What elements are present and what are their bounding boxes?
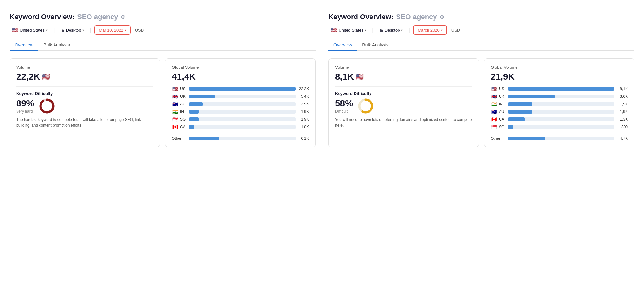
country-selector[interactable]: 🇺🇸 United States ▾ [10, 26, 50, 34]
flag-icon-sg: 🇸🇬 [172, 117, 178, 122]
date-selector[interactable]: March 2020 ▾ [413, 25, 447, 35]
other-row: Other 6,1K [172, 133, 309, 141]
bar-track-in [508, 102, 614, 106]
bar-track-us [189, 87, 296, 91]
bar-value-ca: 1,0K [297, 125, 309, 129]
bar-fill-in [189, 110, 199, 114]
volume-kd-card: Volume 22,2K 🇺🇸 Keyword Difficulty 89% V… [10, 58, 160, 147]
tab-bulk-analysis[interactable]: Bulk Analysis [38, 40, 75, 51]
title-prefix: Keyword Overview: [10, 13, 75, 21]
kd-percent-container: 89% Very hard [16, 98, 34, 114]
volume-kd-card: Volume 8,1K 🇺🇸 Keyword Difficulty 58% Di… [328, 58, 479, 147]
kd-row: 89% Very hard [16, 98, 153, 114]
volume-label: Volume [335, 65, 472, 70]
global-volume-label: Global Volume [491, 65, 628, 70]
country-code-au: AU [499, 110, 506, 114]
bar-value-au: 2,9K [297, 102, 309, 106]
date-label: March 2020 [418, 28, 440, 32]
bar-track-uk [189, 95, 296, 98]
bar-fill-uk [189, 95, 215, 98]
bar-track-ca [189, 125, 296, 129]
other-bar-track [508, 137, 614, 140]
flag-icon-us: 🇺🇸 [172, 86, 178, 91]
global-volume-value: 41,4K [172, 72, 309, 82]
bar-row-au: 🇦🇺 AU 2,9K [172, 102, 309, 107]
other-label: Other [172, 136, 187, 141]
date-selector[interactable]: Mar 10, 2022 ▾ [94, 25, 131, 35]
volume-value: 22,2K 🇺🇸 [16, 72, 153, 82]
bar-fill-ca [189, 125, 194, 129]
tab-bulk-analysis[interactable]: Bulk Analysis [357, 40, 393, 51]
separator: | [53, 27, 55, 33]
title-row: Keyword Overview: SEO agency ⊕ [328, 13, 634, 21]
kd-label: Keyword Difficulty [16, 91, 153, 96]
tab-overview[interactable]: Overview [328, 40, 357, 51]
country-label: United States [339, 28, 363, 32]
country-code-au: AU [180, 102, 187, 106]
bar-track-uk [508, 95, 614, 98]
cards-row: Volume 22,2K 🇺🇸 Keyword Difficulty 89% V… [10, 58, 316, 147]
bar-fill-sg [508, 125, 513, 129]
kd-description: You will need to have lots of referring … [335, 117, 472, 128]
bar-value-ca: 1,3K [616, 117, 628, 122]
bar-track-in [189, 110, 296, 114]
separator: | [408, 27, 410, 33]
global-volume-label: Global Volume [172, 65, 309, 70]
country-flag: 🇺🇸 [331, 27, 337, 33]
bar-value-uk: 5,4K [297, 94, 309, 99]
cards-row: Volume 8,1K 🇺🇸 Keyword Difficulty 58% Di… [328, 58, 634, 147]
country-code-sg: SG [499, 125, 506, 129]
country-code-in: IN [180, 110, 187, 114]
bar-fill-us [508, 87, 614, 91]
chevron-down-icon: ▾ [441, 28, 443, 32]
bar-fill-au [508, 110, 532, 114]
country-code-in: IN [499, 102, 506, 106]
kd-sublabel: Difficult [335, 109, 353, 114]
bar-row-ca: 🇨🇦 CA 1,3K [491, 117, 628, 122]
flag-icon-us: 🇺🇸 [491, 86, 497, 91]
bar-value-au: 1,9K [616, 110, 628, 114]
country-flag-icon: 🇺🇸 [356, 73, 364, 81]
flag-icon-au: 🇦🇺 [491, 109, 497, 114]
bar-fill-uk [508, 95, 555, 98]
tab-overview[interactable]: Overview [10, 40, 38, 51]
bar-row-in: 🇮🇳 IN 1,9K [172, 109, 309, 114]
device-selector[interactable]: 🖥 Desktop ▾ [58, 26, 87, 34]
bar-row-ca: 🇨🇦 CA 1,0K [172, 124, 309, 130]
country-selector[interactable]: 🇺🇸 United States ▾ [328, 26, 369, 34]
other-bar-value: 4,7K [616, 136, 628, 141]
kd-percent-value: 89% [16, 98, 34, 109]
country-flag: 🇺🇸 [12, 27, 18, 33]
divider [16, 86, 153, 87]
chevron-down-icon: ▾ [46, 28, 48, 32]
flag-icon-uk: 🇬🇧 [491, 94, 497, 99]
kd-donut-chart [357, 98, 374, 114]
title-prefix: Keyword Overview: [328, 13, 393, 21]
bar-value-uk: 3,6K [616, 94, 628, 99]
global-volume-card: Global Volume 41,4K 🇺🇸 US 22,2K 🇬🇧 UK 5,… [165, 58, 316, 147]
bar-fill-au [189, 102, 203, 106]
bar-row-sg: 🇸🇬 SG 1,9K [172, 117, 309, 122]
add-keyword-button[interactable]: ⊕ [440, 13, 444, 20]
divider [335, 86, 472, 87]
bar-row-au: 🇦🇺 AU 1,9K [491, 109, 628, 114]
flag-icon-ca: 🇨🇦 [491, 117, 497, 122]
bar-track-au [508, 110, 614, 114]
monitor-icon: 🖥 [379, 28, 384, 32]
tabs-row: Overview Bulk Analysis [328, 40, 634, 51]
add-keyword-button[interactable]: ⊕ [121, 13, 126, 20]
title-keyword: SEO agency [77, 13, 118, 21]
title-keyword: SEO agency [396, 13, 437, 21]
kd-description: The hardest keyword to compete for. It w… [16, 117, 153, 128]
panel-left: Keyword Overview: SEO agency ⊕ 🇺🇸 United… [10, 13, 316, 147]
country-code-ca: CA [499, 117, 506, 122]
country-code-uk: UK [499, 94, 506, 99]
other-row: Other 4,7K [491, 133, 628, 141]
device-selector[interactable]: 🖥 Desktop ▾ [377, 26, 406, 34]
flag-icon-uk: 🇬🇧 [172, 94, 178, 99]
chevron-down-icon: ▾ [82, 28, 84, 32]
title-row: Keyword Overview: SEO agency ⊕ [10, 13, 316, 21]
chevron-down-icon: ▾ [365, 28, 366, 32]
other-bar-fill [508, 137, 545, 140]
panel-right: Keyword Overview: SEO agency ⊕ 🇺🇸 United… [328, 13, 634, 147]
